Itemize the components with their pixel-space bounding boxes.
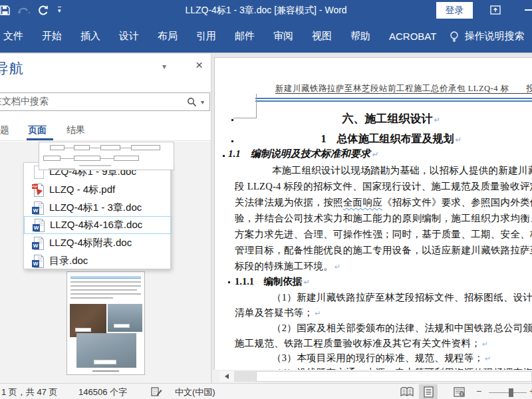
pilcrow-mark: ↵ <box>334 263 341 271</box>
tab-acrobat[interactable]: ACROBAT <box>380 31 446 42</box>
pilcrow-mark: ↵ <box>315 309 321 318</box>
nav-pane-tabs: 标题 页面 结果 <box>0 120 211 141</box>
page-header-text: 新建川藏铁路拉萨至林芝段站前工程施工总价承包 LLZQ-4 标 投标文 <box>275 83 532 94</box>
paragraph-bullet <box>231 140 233 142</box>
word-file-icon: W <box>33 255 44 268</box>
tab-view[interactable]: 视图 <box>303 30 341 43</box>
body-line: 方案力求先进、合理、可操作性强；同时，基于质量、工期、安全、标准化施 <box>235 228 532 241</box>
pilcrow-mark: ↵ <box>485 354 491 363</box>
page-count-status[interactable]: 1 页，共 47 页 <box>1 386 58 398</box>
zoom-in-button[interactable]: + <box>529 386 532 396</box>
tab-mailings[interactable]: 邮件 <box>225 30 264 43</box>
tab-layout[interactable]: 布局 <box>148 30 187 43</box>
margin-corner-mark <box>233 94 257 118</box>
ribbon-tab-strip: 文件 开始 插入 设计 布局 引用 邮件 审阅 视图 帮助 ACROBAT 操作… <box>0 20 532 53</box>
nav-tab-headings[interactable]: 标题 <box>0 124 9 136</box>
pdf-file-icon: PDF <box>33 184 44 197</box>
navigation-pane: 导航 ▾ × 在文档中搜索 ▾ 标题 页面 结果 LZQ-4标1 - 9章.do… <box>0 54 211 383</box>
paragraph-bullet <box>228 281 230 283</box>
page-thumbnail-photos[interactable] <box>66 271 145 375</box>
body-line: 管理目标，配备性能优良的施工专用设备，以适应新建川藏铁路拉萨至林芝段 L <box>235 244 532 257</box>
document-page[interactable]: 新建川藏铁路拉萨至林芝段站前工程施工总价承包 LLZQ-4 标 投标文 六、施工… <box>214 57 532 370</box>
zoom-slider-track[interactable] <box>489 392 527 393</box>
horizontal-scrollbar[interactable] <box>212 370 532 383</box>
minimize-button[interactable] <box>525 9 532 11</box>
body-line: （2）国家及相关部委颁布的法律、法规和中国铁路总公司颁布的现行设计 <box>272 322 532 334</box>
pilcrow-mark: ↵ <box>482 340 489 348</box>
search-input[interactable]: 在文档中搜索 <box>0 96 187 108</box>
document-search-box[interactable]: 在文档中搜索 ▾ <box>0 92 210 111</box>
file-item[interactable]: W 目录.doc <box>24 252 172 270</box>
file-item[interactable]: PDF LLZQ - 4标.pdf <box>24 181 172 199</box>
body-line: 清单及答疑书等；↵ <box>235 307 321 319</box>
tab-home[interactable]: 开始 <box>33 30 71 43</box>
title-bar: ▾ LLZQ-4标1 - 3章.doc [兼容模式] - Word 登录 <box>0 0 532 20</box>
tab-design[interactable]: 设计 <box>110 30 148 43</box>
word-file-icon: W <box>33 237 44 250</box>
file-item[interactable]: W LLZQ-4标附表.doc <box>24 234 172 252</box>
file-item-selected[interactable]: W LLZQ-4标4-16章.doc <box>24 216 172 234</box>
zoom-out-button[interactable]: − <box>476 386 481 396</box>
proofing-status-icon[interactable] <box>151 386 162 399</box>
active-tab-underline <box>27 138 53 140</box>
search-options-caret-icon[interactable]: ▾ <box>201 98 204 106</box>
pilcrow-mark: ↵ <box>434 116 440 124</box>
word-file-icon: W <box>33 219 45 232</box>
tab-file[interactable]: 文件 <box>0 30 33 43</box>
body-line: （1）新建川藏铁路拉萨至林芝段招标文件、招标图纸、设计简要说明、工 <box>272 291 532 304</box>
header-rule-top <box>255 98 532 99</box>
tab-review[interactable]: 审阅 <box>264 30 303 43</box>
web-layout-button[interactable] <box>450 384 468 399</box>
file-list-popup: LZQ-4标1 - 9章.doc PDF LLZQ - 4标.pdf W LLZ… <box>23 162 171 269</box>
tab-insert[interactable]: 插入 <box>71 30 110 43</box>
word-window: ▾ LLZQ-4标1 - 3章.doc [兼容模式] - Word 登录 文件 … <box>0 0 532 399</box>
tell-me-label: 操作说明搜索 <box>464 30 524 43</box>
doc-heading-3: 1.1 编制说明及技术标准和要求↵ <box>228 148 378 160</box>
pilcrow-mark: ↵ <box>455 136 461 144</box>
tab-references[interactable]: 引用 <box>187 30 225 43</box>
body-line: 验，并结合公司技术实力和施工能力的原则编制，施工组织力求均衡、连续， <box>235 212 532 225</box>
header-rule-bottom <box>255 100 532 102</box>
scroll-left-button[interactable] <box>219 371 234 382</box>
print-layout-button[interactable] <box>419 384 438 399</box>
body-line: （3）本项目采用的现行的标准、规范、规程等；↵ <box>272 352 491 364</box>
tell-me-search[interactable]: 操作说明搜索 <box>450 30 524 43</box>
read-mode-button[interactable] <box>398 384 416 399</box>
thumbnail-photo <box>70 304 106 337</box>
nav-pane-close-icon[interactable]: × <box>196 58 203 72</box>
zoom-slider-handle[interactable] <box>509 388 513 397</box>
spellcheck-wavy-text: 全面响应 <box>343 197 382 207</box>
word-file-icon: W <box>33 201 44 215</box>
pilcrow-mark: ↵ <box>304 278 310 287</box>
lightbulb-icon <box>450 31 459 43</box>
paragraph-bullet <box>231 119 233 121</box>
body-line: 本施工组织设计以现场踏勘为基础，以招标人提供的新建川藏铁路拉萨至 <box>272 164 532 177</box>
pilcrow-mark: ↵ <box>372 150 378 159</box>
navigation-pane-title: 导航 <box>0 59 24 78</box>
scroll-left-arrow-icon <box>225 374 229 379</box>
nav-tab-pages[interactable]: 页面 <box>28 124 47 136</box>
file-item[interactable]: W LLZQ-4标1 - 3章.doc <box>24 199 172 217</box>
body-line: 段 LLZQ-4 标段的招标文件、国家现行设计、施工规范及质量验收评定标准，以 <box>235 180 532 193</box>
body-line: 关法律法规为依据，按照全面响应《招标文件》要求、参照国内外类似工程施 <box>235 196 532 209</box>
scrollbar-thumb[interactable] <box>256 371 532 382</box>
status-bar: 1 页，共 47 页 146506 个字 中文(中国) − + <box>0 383 532 399</box>
nav-pane-dropdown-icon[interactable]: ▾ <box>162 62 166 71</box>
page-thumbnail-flowchart[interactable] <box>39 142 174 170</box>
doc-heading-2: 1 总体施工组织布置及规划↵ <box>281 132 501 146</box>
tab-help[interactable]: 帮助 <box>341 30 380 43</box>
sign-in-button[interactable]: 登录 <box>436 2 473 19</box>
doc-heading-4: 1.1.1 编制依据↵ <box>235 275 310 288</box>
body-line: 施工规范、铁路工程质量验收标准及其它有关文件资料；↵ <box>235 337 489 350</box>
search-icon[interactable] <box>187 97 197 107</box>
language-status[interactable]: 中文(中国) <box>175 386 215 398</box>
paragraph-bullet <box>223 155 225 157</box>
word-count-status[interactable]: 146506 个字 <box>78 386 127 398</box>
ribbon-display-options-icon[interactable] <box>490 5 501 18</box>
body-line: 标段的特殊施工环境。↵ <box>235 260 341 273</box>
doc-heading-1: 六、施工组织设计↵ <box>281 111 501 126</box>
scrollbar-track[interactable] <box>234 371 256 382</box>
nav-pages-list: LZQ-4标1 - 9章.doc PDF LLZQ - 4标.pdf W LLZ… <box>0 142 211 383</box>
nav-tab-results[interactable]: 结果 <box>66 124 85 136</box>
